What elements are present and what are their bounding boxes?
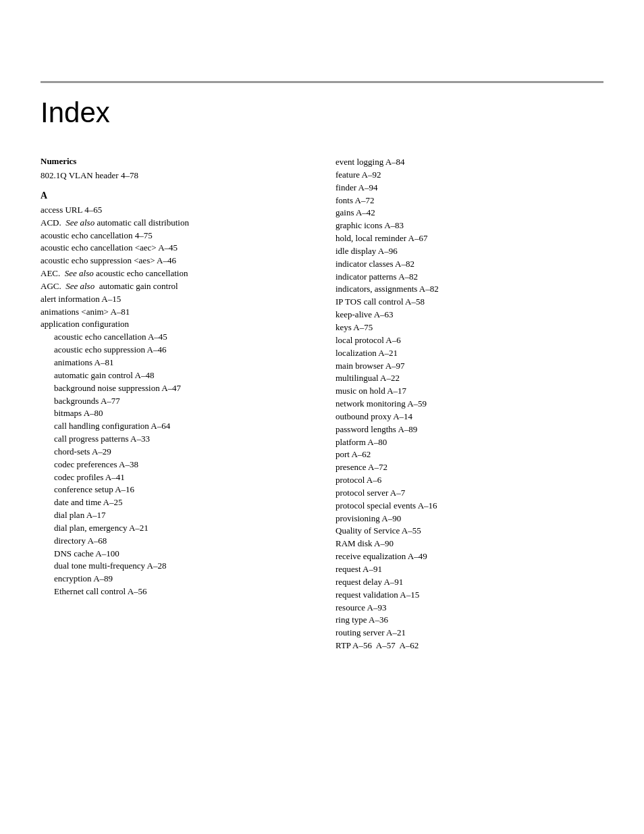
list-item: dial plan, emergency A–21 — [41, 522, 308, 535]
list-item: request validation A–15 — [336, 589, 603, 602]
list-item: codec profiles A–41 — [41, 471, 308, 484]
list-item: routing server A–21 — [336, 627, 603, 640]
list-item: finder A–94 — [336, 182, 603, 194]
list-item: access URL 4–65 — [41, 204, 308, 217]
list-item: main browser A–97 — [336, 360, 603, 373]
list-item: music on hold A–17 — [336, 385, 603, 398]
list-item: graphic icons A–83 — [336, 219, 603, 232]
list-item: Quality of Service A–55 — [336, 525, 603, 538]
list-item: codec preferences A–38 — [41, 459, 308, 471]
list-item: encryption A–89 — [41, 573, 308, 585]
list-item: acoustic echo cancellation A–45 — [41, 331, 308, 344]
list-item: multilingual A–22 — [336, 372, 603, 385]
list-item: gains A–42 — [336, 207, 603, 219]
list-item: directory A–68 — [41, 535, 308, 548]
page-container: Index Numerics 802.1Q VLAN header 4–78 A… — [0, 81, 644, 834]
list-item: animations <anim> A–81 — [41, 306, 308, 319]
numerics-heading: Numerics — [41, 156, 308, 167]
list-item: ACD. See also automatic call distributio… — [41, 217, 308, 230]
list-item: indicators, assignments A–82 — [336, 283, 603, 296]
list-item: date and time A–25 — [41, 496, 308, 509]
list-item: idle display A–96 — [336, 245, 603, 258]
list-item: presence A–72 — [336, 461, 603, 474]
numerics-entries: 802.1Q VLAN header 4–78 — [41, 170, 308, 182]
list-item: feature A–92 — [336, 169, 603, 182]
list-item: bitmaps A–80 — [41, 407, 308, 420]
list-item: 802.1Q VLAN header 4–78 — [41, 170, 308, 182]
list-item: indicator classes A–82 — [336, 258, 603, 271]
list-item: alert information A–15 — [41, 293, 308, 306]
list-item: keep-alive A–63 — [336, 309, 603, 321]
list-item: conference setup A–16 — [41, 484, 308, 496]
right-column: event logging A–84 feature A–92 finder A… — [336, 156, 603, 652]
list-item: receive equalization A–49 — [336, 550, 603, 563]
list-item: RAM disk A–90 — [336, 538, 603, 550]
list-item: DNS cache A–100 — [41, 548, 308, 561]
list-item: protocol server A–7 — [336, 487, 603, 500]
list-item: local protocol A–6 — [336, 334, 603, 347]
list-item: protocol special events A–16 — [336, 500, 603, 513]
list-item: automatic gain control A–48 — [41, 369, 308, 382]
list-item: animations A–81 — [41, 357, 308, 369]
list-item: ring type A–36 — [336, 614, 603, 627]
list-item: indicator patterns A–82 — [336, 271, 603, 284]
list-item: AEC. See also acoustic echo cancellation — [41, 267, 308, 280]
list-item: AGC. See also automatic gain control — [41, 280, 308, 293]
list-item: RTP A–56 A–57 A–62 — [336, 640, 603, 652]
top-rule — [41, 81, 603, 83]
list-item: dial plan A–17 — [41, 509, 308, 522]
list-item: acoustic echo cancellation 4–75 — [41, 230, 308, 242]
list-item: dual tone multi-frequency A–28 — [41, 560, 308, 573]
list-item: keys A–75 — [336, 321, 603, 334]
list-item: provisioning A–90 — [336, 513, 603, 525]
list-item: application configuration — [41, 318, 308, 331]
list-item: chord-sets A–29 — [41, 446, 308, 459]
list-item: acoustic echo suppression A–46 — [41, 344, 308, 357]
content-area: Numerics 802.1Q VLAN header 4–78 A acces… — [41, 156, 603, 652]
list-item: background noise suppression A–47 — [41, 382, 308, 395]
list-item: IP TOS call control A–58 — [336, 296, 603, 309]
list-item: Ethernet call control A–56 — [41, 585, 308, 598]
list-item: request delay A–91 — [336, 576, 603, 589]
list-item: event logging A–84 — [336, 156, 603, 169]
page-title: Index — [41, 97, 603, 129]
list-item: password lengths A–89 — [336, 423, 603, 436]
list-item: acoustic echo cancellation <aec> A–45 — [41, 242, 308, 255]
list-item: call handling configuration A–64 — [41, 420, 308, 433]
list-item: resource A–93 — [336, 602, 603, 615]
right-entries: event logging A–84 feature A–92 finder A… — [336, 156, 603, 652]
a-entries: access URL 4–65 ACD. See also automatic … — [41, 204, 308, 598]
list-item: platform A–80 — [336, 436, 603, 449]
list-item: call progress patterns A–33 — [41, 433, 308, 446]
list-item: localization A–21 — [336, 347, 603, 360]
left-column: Numerics 802.1Q VLAN header 4–78 A acces… — [41, 156, 308, 652]
list-item: acoustic echo suppression <aes> A–46 — [41, 255, 308, 267]
list-item: fonts A–72 — [336, 194, 603, 207]
list-item: port A–62 — [336, 448, 603, 461]
list-item: outbound proxy A–14 — [336, 411, 603, 423]
list-item: hold, local reminder A–67 — [336, 232, 603, 245]
list-item: network monitoring A–59 — [336, 398, 603, 411]
list-item: protocol A–6 — [336, 474, 603, 487]
list-item: request A–91 — [336, 563, 603, 576]
list-item: backgrounds A–77 — [41, 395, 308, 408]
a-heading: A — [41, 190, 308, 201]
